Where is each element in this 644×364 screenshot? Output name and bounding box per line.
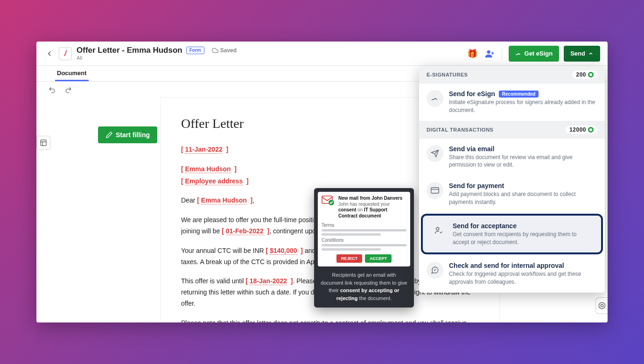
tooltip-description: Recipients get an email with document li…: [318, 266, 410, 304]
envelope-check-icon: [322, 196, 335, 206]
person-check-icon: [430, 222, 447, 239]
field-ctc[interactable]: $140,000: [270, 247, 297, 255]
tooltip-reject-button: REJECT: [336, 254, 363, 263]
field-name2[interactable]: Emma Hudson: [201, 196, 247, 204]
menu-send-for-acceptance[interactable]: Send for acceptanceGet consent from reci…: [421, 214, 603, 255]
document-title: Offer Letter - Emma Hudson: [77, 46, 182, 55]
app-logo: /: [59, 47, 72, 60]
field-name[interactable]: Emma Hudson: [185, 165, 231, 173]
field-join-date[interactable]: 01-Feb-2022: [226, 227, 264, 235]
svg-point-0: [487, 50, 490, 53]
field-address[interactable]: Employee address: [185, 177, 243, 185]
help-fab[interactable]: [595, 297, 608, 314]
menu-send-via-email[interactable]: Send via emailShare this document for re…: [419, 139, 605, 176]
field-date[interactable]: 11-Jan-2022: [185, 146, 223, 154]
recommended-badge: Recommended: [499, 91, 539, 98]
transactions-count: 12000: [566, 126, 597, 134]
gift-icon[interactable]: 🎁: [467, 49, 477, 59]
saved-indicator: Saved: [212, 47, 237, 54]
chevron-up-icon: [588, 51, 594, 56]
section-digital-transactions: DIGITAL TRANSACTIONS 12000: [419, 121, 605, 139]
svg-rect-1: [41, 140, 46, 146]
tooltip-popover: New mail from John Danvers John has requ…: [314, 188, 414, 308]
tooltip-mail-title: New mail from John Danvers: [338, 196, 402, 201]
menu-internal-approval[interactable]: Check and send for internal approvalChec…: [419, 255, 605, 293]
menu-send-for-payment[interactable]: Send for paymentAdd payment blocks and s…: [419, 175, 605, 213]
redo-button[interactable]: [63, 85, 73, 94]
back-button[interactable]: [44, 48, 55, 59]
tooltip-preview-card: New mail from John Danvers John has requ…: [318, 192, 410, 266]
payment-icon: [427, 182, 443, 199]
divider: [502, 48, 502, 59]
tab-document[interactable]: Document: [55, 66, 89, 81]
breadcrumb[interactable]: All: [77, 55, 237, 61]
section-esignatures: E-SIGNATURES 200: [419, 66, 605, 84]
esign-count: 200: [572, 70, 597, 79]
title-block: Offer Letter - Emma Hudson Form Saved Al…: [77, 46, 237, 62]
signature-icon: [427, 90, 443, 107]
form-badge: Form: [186, 47, 204, 54]
send-button[interactable]: Send: [564, 46, 600, 62]
svg-point-7: [601, 304, 603, 307]
svg-rect-4: [431, 188, 439, 193]
menu-send-for-esign[interactable]: Send for eSignRecommended Initiate eSign…: [419, 84, 605, 121]
tooltip-accept-button: ACCEPT: [365, 254, 392, 263]
paper-plane-icon: [427, 145, 443, 162]
cloud-icon: [212, 47, 218, 54]
pencil-icon: [105, 131, 113, 139]
add-person-icon[interactable]: [484, 48, 495, 59]
undo-button[interactable]: [48, 85, 57, 94]
svg-point-6: [599, 302, 605, 308]
status-dot-icon: [588, 72, 594, 77]
svg-point-5: [436, 227, 439, 230]
status-dot-icon: [588, 127, 594, 133]
app-window: / Offer Letter - Emma Hudson Form Saved …: [36, 42, 608, 322]
signature-icon: [515, 50, 522, 57]
left-rail: [36, 98, 50, 150]
get-esign-button[interactable]: Get eSign: [509, 46, 560, 62]
chat-check-icon: [427, 262, 443, 279]
field-valid-until[interactable]: 18-Jan-2022: [250, 277, 287, 285]
start-filling-button[interactable]: Start filling: [98, 126, 157, 143]
outline-button[interactable]: [36, 136, 50, 150]
send-dropdown: E-SIGNATURES 200 Send for eSignRecommend…: [419, 66, 605, 293]
top-bar: / Offer Letter - Emma Hudson Form Saved …: [36, 42, 608, 66]
